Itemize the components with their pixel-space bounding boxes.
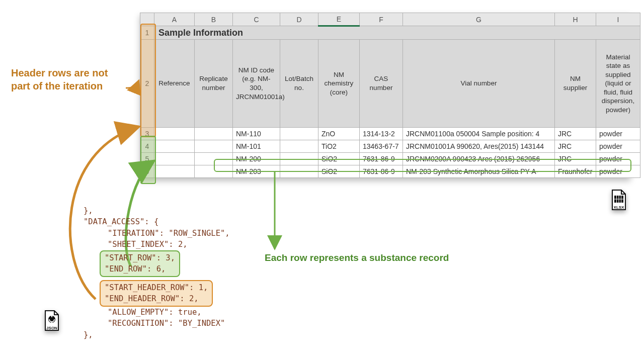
rownum-1[interactable]: 1 <box>140 26 154 40</box>
json-header-range-box: "START_HEADER_ROW": 1, "END_HEADER_ROW":… <box>100 280 213 307</box>
hdr-chem[interactable]: NM chemistry (core) <box>318 40 360 128</box>
col-I[interactable]: I <box>596 13 640 26</box>
json-data-access: "DATA_ACCESS": { <box>84 216 230 227</box>
row-6: 6 NM-203 SiO2 7631-86-9 NM-203 Synthetic… <box>140 165 640 178</box>
col-F[interactable]: F <box>360 13 403 26</box>
col-D[interactable]: D <box>280 13 318 26</box>
hdr-replicate[interactable]: Replicate number <box>195 40 233 128</box>
json-brace: }, <box>84 205 230 216</box>
hdr-reference[interactable]: Reference <box>154 40 195 128</box>
row-3: 3 NM-110 ZnO 1314-13-2 JRCNM01100a 05000… <box>140 128 640 140</box>
json-start-header: "START_HEADER_ROW": 1, <box>105 283 208 292</box>
col-C[interactable]: C <box>233 13 280 26</box>
spreadsheet: A B C D E F G H I 1 Sample Information 2… <box>140 13 630 178</box>
json-start-row: "START_ROW": 3, <box>105 253 175 262</box>
xlsx-file-icon: XLSX <box>610 190 627 211</box>
column-letter-row: A B C D E F G H I <box>140 13 640 26</box>
hdr-lot[interactable]: Lot/Batch no. <box>280 40 318 128</box>
col-A[interactable]: A <box>154 13 195 26</box>
json-sheet-index: "SHEET_INDEX": 2, <box>84 239 230 250</box>
sheet-title[interactable]: Sample Information <box>154 26 640 40</box>
hdr-vial[interactable]: Vial number <box>403 40 555 128</box>
col-H[interactable]: H <box>555 13 596 26</box>
annotation-header-rows: Header rows are not part of the iteratio… <box>11 66 127 93</box>
row-2: 2 Reference Replicate number NM ID code … <box>140 40 640 128</box>
json-close: }, <box>84 329 230 340</box>
json-file-icon: JSON <box>43 310 60 331</box>
row-5: 5 NM-200 SiO2 7631-86-9 JRCNM0200A 99042… <box>140 153 640 165</box>
rownum-2[interactable]: 2 <box>140 40 154 128</box>
col-E[interactable]: E <box>318 13 360 26</box>
rownum-3[interactable]: 3 <box>140 128 154 140</box>
json-snippet: }, "DATA_ACCESS": { "ITERATION": "ROW_SI… <box>84 205 230 340</box>
hdr-nmid[interactable]: NM ID code (e.g. NM-300, JRCNM01001a) <box>233 40 280 128</box>
rownum-5[interactable]: 5 <box>140 153 154 165</box>
json-allow-empty: "ALLOW_EMPTY": true, <box>84 307 230 318</box>
annotation-each-row: Each row represents a substance record <box>265 252 449 263</box>
xlsx-badge-label: XLSX <box>610 205 627 210</box>
rownum-4[interactable]: 4 <box>140 140 154 153</box>
row-4: 4 NM-101 TiO2 13463-67-7 JRCNM01001A 990… <box>140 140 640 153</box>
col-G[interactable]: G <box>403 13 555 26</box>
row-1: 1 Sample Information <box>140 26 640 40</box>
select-all-corner[interactable] <box>140 13 154 26</box>
spreadsheet-table: A B C D E F G H I 1 Sample Information 2… <box>140 13 640 178</box>
hdr-cas[interactable]: CAS number <box>360 40 403 128</box>
json-recognition: "RECOGNITION": "BY_INDEX" <box>84 318 230 329</box>
rownum-6[interactable]: 6 <box>140 165 154 178</box>
col-B[interactable]: B <box>195 13 233 26</box>
json-badge-label: JSON <box>43 326 60 330</box>
json-end-row: "END_ROW": 6, <box>105 264 166 274</box>
json-end-header: "END_HEADER_ROW": 2, <box>105 294 199 303</box>
hdr-supplier[interactable]: NM supplier <box>555 40 596 128</box>
json-row-range-box: "START_ROW": 3, "END_ROW": 6, <box>100 250 180 277</box>
json-iteration: "ITERATION": "ROW_SINGLE", <box>84 228 230 239</box>
hdr-state[interactable]: Material state as supplied (liquid or fl… <box>596 40 640 128</box>
